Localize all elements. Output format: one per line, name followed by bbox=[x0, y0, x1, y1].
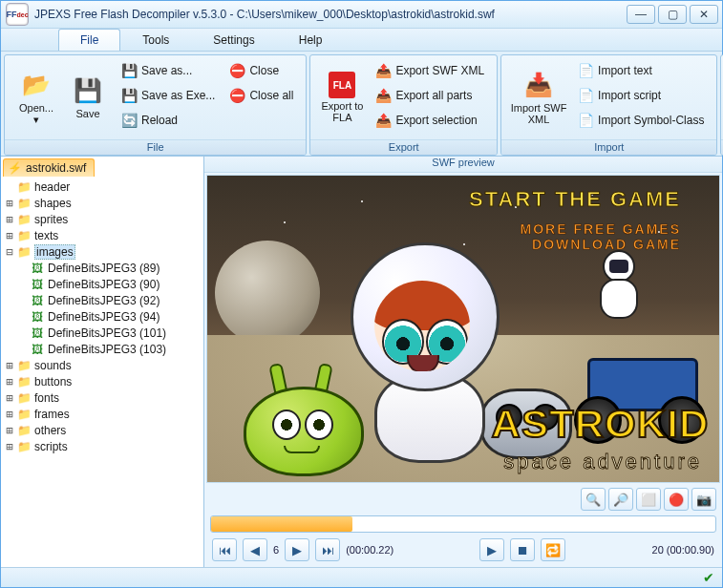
app-icon: FFdec bbox=[6, 3, 29, 26]
export-swf-xml-button[interactable]: 📤Export SWF XML bbox=[372, 59, 491, 82]
reload-button[interactable]: 🔄Reload bbox=[117, 109, 222, 132]
tree-expander[interactable] bbox=[16, 326, 30, 340]
ribbon-group-file: 📂 Open...▾ 💾 Save 💾Save as... 💾Save as E… bbox=[4, 54, 307, 156]
tree-node[interactable]: ⊞📁frames bbox=[3, 406, 202, 422]
menu-help[interactable]: Help bbox=[277, 29, 345, 51]
preview-toolbar: 🔍 🔎 ⬜ 🔴 📷 bbox=[204, 485, 722, 514]
tree-expander[interactable]: ⊞ bbox=[3, 408, 16, 421]
import-script-button[interactable]: 📄Import script bbox=[574, 84, 711, 107]
zoom-fit-button[interactable]: ⬜ bbox=[636, 488, 661, 511]
tree-node[interactable]: ⊞📁scripts bbox=[3, 438, 202, 454]
ribbon-group-import: 📥 Import SWF XML 📄Import text 📄Import sc… bbox=[500, 54, 717, 156]
tree-expander[interactable]: ⊞ bbox=[3, 440, 16, 453]
maximize-button[interactable]: ▢ bbox=[658, 5, 687, 24]
tree-node[interactable]: ⊞📁sprites bbox=[3, 211, 202, 227]
tree-node[interactable]: 🖼DefineBitsJPEG3 (101) bbox=[3, 325, 202, 341]
close-all-button[interactable]: ⛔Close all bbox=[225, 84, 300, 107]
step-back-button[interactable]: ◀ bbox=[243, 538, 267, 561]
save-as-exe-button[interactable]: 💾Save as Exe... bbox=[117, 84, 222, 107]
minimize-button[interactable]: — bbox=[627, 5, 655, 24]
tree-node[interactable]: ⊞📁sounds bbox=[3, 357, 202, 373]
import-symbol-button[interactable]: 📄Import Symbol-Class bbox=[574, 109, 711, 132]
file-tab[interactable]: ⚡ astrokid.swf bbox=[3, 158, 95, 177]
tree-expander[interactable]: ⊞ bbox=[3, 359, 16, 372]
swf-subtitle: space adventure bbox=[503, 450, 702, 474]
export-xml-icon: 📤 bbox=[374, 62, 392, 79]
tree-expander[interactable] bbox=[16, 262, 30, 275]
zoom-out-button[interactable]: 🔎 bbox=[608, 488, 633, 511]
open-button[interactable]: 📂 Open...▾ bbox=[11, 59, 62, 136]
swf-preview[interactable]: start the game more free gamesdownload g… bbox=[206, 175, 720, 483]
tree-node-label: buttons bbox=[34, 375, 72, 388]
close-all-icon: ⛔ bbox=[228, 87, 245, 104]
stop-button[interactable]: ⏹ bbox=[510, 538, 535, 561]
tree-expander[interactable]: ⊞ bbox=[3, 197, 16, 210]
save-icon: 💾 bbox=[73, 75, 103, 106]
tree-expander[interactable] bbox=[16, 278, 30, 291]
tree-node[interactable]: 📁header bbox=[3, 178, 202, 195]
rewind-button[interactable]: ⏮ bbox=[212, 538, 237, 561]
tree-expander[interactable]: ⊞ bbox=[3, 213, 16, 226]
preview-pane: SWF preview start the game more free gam… bbox=[204, 157, 722, 567]
close-window-button[interactable]: ✕ bbox=[690, 5, 718, 24]
export-all-parts-button[interactable]: 📤Export all parts bbox=[372, 84, 491, 107]
tree-expander[interactable]: ⊞ bbox=[3, 424, 16, 437]
fast-forward-button[interactable]: ⏭ bbox=[315, 538, 340, 561]
tree-node[interactable]: 🖼DefineBitsJPEG3 (103) bbox=[3, 341, 202, 357]
color-button[interactable]: 🔴 bbox=[664, 488, 689, 511]
loop-button[interactable]: 🔁 bbox=[541, 538, 565, 561]
tree-node[interactable]: ⊞📁texts bbox=[3, 227, 202, 243]
tree-node[interactable]: ⊞📁fonts bbox=[3, 389, 202, 406]
timeline-progress bbox=[211, 516, 352, 532]
tree-expander[interactable] bbox=[16, 343, 30, 356]
import-swf-xml-button[interactable]: 📥 Import SWF XML bbox=[507, 59, 570, 136]
export-all-icon: 📤 bbox=[374, 87, 392, 104]
tree-node[interactable]: ⊞📁buttons bbox=[3, 373, 202, 389]
titlebar[interactable]: FFdec JPEXS Free Flash Decompiler v.5.3.… bbox=[1, 1, 722, 29]
tree-node[interactable]: ⊞📁shapes bbox=[3, 195, 202, 211]
tree-node[interactable]: 🖼DefineBitsJPEG3 (92) bbox=[3, 292, 202, 308]
tree-node[interactable]: 🖼DefineBitsJPEG3 (89) bbox=[3, 260, 202, 276]
tree-node-label: DefineBitsJPEG3 (103) bbox=[48, 343, 166, 356]
folder-icon: 📁 bbox=[16, 180, 32, 194]
zoom-in-button[interactable]: 🔍 bbox=[581, 488, 606, 511]
tree-node-label: DefineBitsJPEG3 (92) bbox=[48, 294, 159, 307]
tree-node[interactable]: ⊞📁others bbox=[3, 422, 202, 438]
tree-node-label: others bbox=[34, 424, 66, 437]
timeline-slider[interactable] bbox=[210, 515, 716, 533]
ribbon-export-label: Export bbox=[310, 139, 497, 155]
tree-expander[interactable]: ⊟ bbox=[3, 245, 16, 259]
tree-expander[interactable] bbox=[3, 180, 16, 194]
export-selection-button[interactable]: 📤Export selection bbox=[372, 109, 491, 132]
tree-expander[interactable]: ⊞ bbox=[3, 391, 16, 405]
save-as-button[interactable]: 💾Save as... bbox=[117, 59, 222, 82]
tree-expander[interactable]: ⊞ bbox=[3, 375, 16, 388]
tree-node-label: sprites bbox=[34, 213, 68, 226]
tree-node-label: sounds bbox=[34, 359, 72, 372]
export-fla-button[interactable]: FLA Export to FLA bbox=[316, 59, 368, 136]
tree-node[interactable]: 🖼DefineBitsJPEG3 (90) bbox=[3, 276, 202, 292]
image-icon: 🖼 bbox=[30, 262, 45, 275]
save-exe-icon: 💾 bbox=[120, 87, 138, 104]
play-button[interactable]: ▶ bbox=[479, 538, 504, 561]
tree-expander[interactable]: ⊞ bbox=[3, 229, 16, 242]
menu-settings[interactable]: Settings bbox=[191, 29, 276, 51]
swf-menu-more: more free gamesdownload game bbox=[521, 221, 681, 252]
tree-node-label: DefineBitsJPEG3 (90) bbox=[48, 278, 159, 291]
tree-node-label: shapes bbox=[34, 197, 72, 210]
tree-node-label: DefineBitsJPEG3 (94) bbox=[48, 310, 159, 324]
swf-title: ASTROKID bbox=[492, 403, 710, 446]
tree-pane[interactable]: ⚡ astrokid.swf 📁header⊞📁shapes⊞📁sprites⊞… bbox=[1, 157, 204, 567]
menu-file[interactable]: File bbox=[58, 29, 120, 51]
save-button[interactable]: 💾 Save bbox=[62, 59, 114, 136]
tree-node[interactable]: 🖼DefineBitsJPEG3 (94) bbox=[3, 308, 202, 325]
close-file-button[interactable]: ⛔Close bbox=[225, 59, 300, 82]
import-text-button[interactable]: 📄Import text bbox=[574, 59, 711, 82]
save-as-icon: 💾 bbox=[120, 62, 138, 79]
step-forward-button[interactable]: ▶ bbox=[285, 538, 309, 561]
tree-expander[interactable] bbox=[16, 294, 30, 307]
menu-tools[interactable]: Tools bbox=[120, 29, 191, 51]
tree-expander[interactable] bbox=[16, 310, 30, 324]
snapshot-button[interactable]: 📷 bbox=[691, 488, 716, 511]
tree-node[interactable]: ⊟📁images bbox=[3, 243, 202, 260]
